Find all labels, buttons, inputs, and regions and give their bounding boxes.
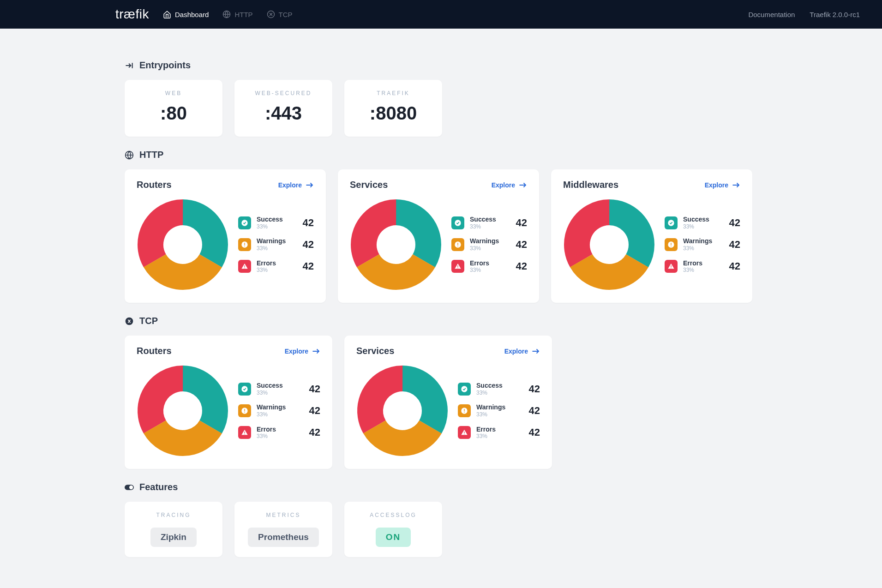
entrypoint-card[interactable]: WEB :80: [125, 80, 222, 137]
warnings-icon: [238, 238, 251, 251]
tcp-cards-row: RoutersExploreSuccess33%42Warnings33%42E…: [125, 336, 752, 469]
svg-rect-11: [244, 268, 245, 268]
legend-row-warnings: Warnings33%42: [238, 237, 314, 252]
success-icon: [665, 216, 678, 229]
version-link[interactable]: Traefik 2.0.0-rc1: [810, 11, 860, 18]
svg-rect-9: [244, 246, 245, 246]
svg-rect-27: [671, 246, 671, 246]
legend-val: 42: [516, 217, 527, 229]
legend-pct: 33%: [257, 390, 304, 396]
legend-row-warnings: Warnings33%42: [238, 403, 320, 418]
errors-icon: [458, 426, 471, 439]
legend-label: Warnings: [470, 237, 510, 245]
arrow-right-icon: [306, 182, 314, 188]
explore-link[interactable]: Explore: [504, 348, 540, 355]
stat-title: Middlewares: [563, 180, 618, 190]
feature-card: METRICS Prometheus: [234, 502, 332, 557]
legend-pct: 33%: [683, 245, 724, 252]
section-title: Features: [139, 482, 178, 492]
success-icon: [238, 216, 251, 229]
legend: Success33%42Warnings33%42Errors33%42: [665, 216, 740, 274]
warnings-icon: [665, 238, 678, 251]
stat-title: Services: [356, 346, 394, 356]
legend-row-warnings: Warnings33%42: [458, 403, 540, 418]
legend-row-errors: Errors33%42: [238, 426, 320, 440]
legend-label: Errors: [257, 259, 297, 267]
donut-chart: [563, 198, 655, 291]
stat-head: ServicesExplore: [356, 346, 540, 356]
legend-label: Warnings: [476, 403, 523, 411]
explore-label: Explore: [285, 348, 308, 355]
legend-pct: 33%: [257, 433, 304, 439]
legend-pct: 33%: [470, 245, 510, 252]
section-title: HTTP: [139, 150, 163, 160]
tcp-icon: [267, 10, 275, 18]
explore-link[interactable]: Explore: [705, 181, 740, 189]
logo: træfik: [115, 7, 149, 22]
arrow-in-icon: [125, 61, 134, 70]
entrypoint-card[interactable]: TRAEFIK :8080: [344, 80, 442, 137]
legend: Success33%42Warnings33%42Errors33%42: [238, 216, 314, 274]
stat-head: MiddlewaresExplore: [563, 180, 740, 190]
legend-val: 42: [729, 239, 740, 251]
entrypoint-name: WEB-SECURED: [234, 90, 332, 96]
svg-rect-47: [464, 432, 464, 433]
svg-rect-20: [457, 268, 458, 268]
svg-rect-38: [244, 432, 245, 433]
legend-row-errors: Errors33%42: [458, 426, 540, 440]
stat-head: RoutersExplore: [137, 180, 314, 190]
legend-row-warnings: Warnings33%42: [665, 237, 740, 252]
nav-items: Dashboard HTTP TCP: [163, 10, 293, 18]
legend-label: Errors: [470, 259, 510, 267]
legend-label: Errors: [683, 259, 724, 267]
success-icon: [451, 216, 464, 229]
legend-text: Success33%: [257, 382, 304, 396]
legend-val: 42: [729, 217, 740, 229]
entrypoint-port: :8080: [344, 103, 442, 124]
legend-text: Errors33%: [476, 426, 523, 440]
legend-label: Warnings: [257, 403, 304, 411]
entrypoint-port: :80: [125, 103, 222, 124]
nav-http[interactable]: HTTP: [222, 10, 252, 18]
nav-tcp[interactable]: TCP: [267, 10, 293, 18]
entrypoint-name: TRAEFIK: [344, 90, 442, 96]
svg-rect-26: [671, 243, 671, 245]
legend-pct: 33%: [683, 267, 724, 273]
explore-link[interactable]: Explore: [285, 348, 320, 355]
main-container: Entrypoints WEB :80 WEB-SECURED :443 TRA…: [115, 29, 762, 576]
explore-link[interactable]: Explore: [492, 181, 527, 189]
legend-label: Success: [683, 216, 724, 223]
legend-row-success: Success33%42: [458, 382, 540, 396]
svg-rect-29: [671, 268, 671, 268]
explore-label: Explore: [278, 181, 302, 189]
legend-label: Errors: [476, 426, 523, 433]
section-http-header: HTTP: [125, 150, 752, 160]
home-icon: [163, 10, 171, 18]
errors-icon: [238, 426, 251, 439]
stat-title: Routers: [137, 180, 172, 190]
donut-chart: [350, 198, 442, 291]
toggle-icon: [125, 483, 134, 492]
success-icon: [238, 383, 251, 396]
documentation-link[interactable]: Documentation: [748, 11, 795, 18]
legend-pct: 33%: [470, 223, 510, 230]
legend-val: 42: [309, 383, 320, 395]
svg-rect-18: [457, 246, 458, 246]
nav-dashboard[interactable]: Dashboard: [163, 10, 209, 18]
legend-text: Success33%: [470, 216, 510, 230]
legend-label: Warnings: [683, 237, 724, 245]
legend-text: Warnings33%: [683, 237, 724, 252]
stat-head: RoutersExplore: [137, 346, 320, 356]
feature-name: ACCESSLOG: [344, 512, 442, 518]
svg-rect-48: [464, 434, 464, 434]
legend-pct: 33%: [476, 411, 523, 418]
legend-text: Warnings33%: [257, 237, 297, 252]
legend-text: Success33%: [257, 216, 297, 230]
legend-val: 42: [309, 405, 320, 417]
legend-label: Success: [257, 216, 297, 223]
entrypoint-card[interactable]: WEB-SECURED :443: [234, 80, 332, 137]
explore-link[interactable]: Explore: [278, 181, 314, 189]
legend-text: Warnings33%: [470, 237, 510, 252]
legend-pct: 33%: [476, 390, 523, 396]
http-cards-row: RoutersExploreSuccess33%42Warnings33%42E…: [125, 169, 752, 303]
